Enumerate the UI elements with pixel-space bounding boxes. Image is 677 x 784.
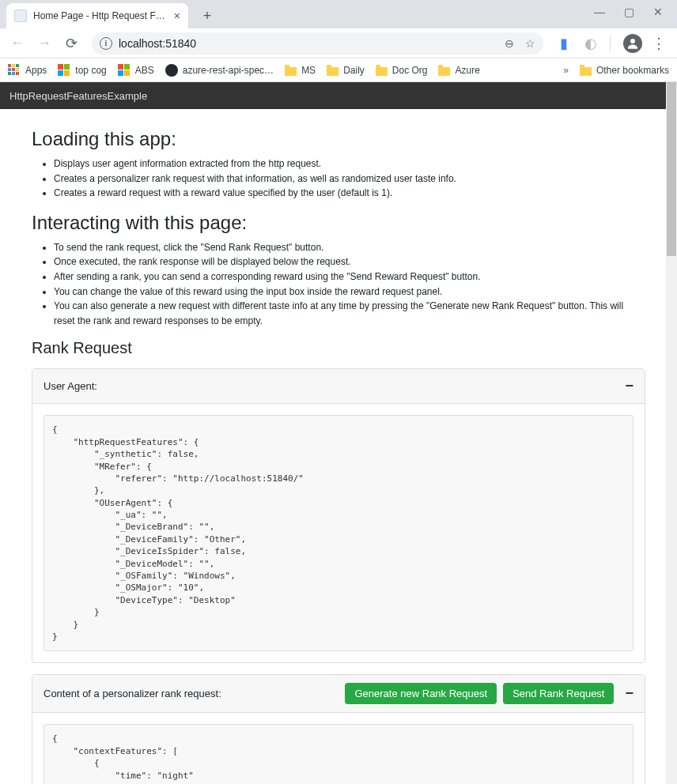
tab-strip: Home Page - Http Request Featu × +	[0, 0, 677, 28]
page-viewport[interactable]: HttpRequestFeaturesExample Loading this …	[0, 82, 677, 784]
tab-title: Home Page - Http Request Featu	[33, 10, 168, 21]
bookmark-star-icon[interactable]: ☆	[525, 37, 535, 50]
extension-icon-1[interactable]: ▮	[553, 32, 575, 55]
generate-rank-request-button[interactable]: Generate new Rank Request	[345, 683, 497, 704]
panel-body: { "httpRequestFeatures": { "_synthetic":…	[32, 404, 645, 662]
collapse-icon[interactable]: −	[625, 378, 634, 394]
reload-button[interactable]: ⟳	[60, 32, 82, 55]
folder-icon	[327, 67, 338, 76]
bookmarks-bar: Apps top cog ABS azure-rest-api-spec… MS…	[0, 58, 677, 82]
favicon-icon	[14, 9, 27, 22]
chrome-menu-button[interactable]: ⋮	[647, 35, 671, 52]
folder-icon	[438, 67, 450, 76]
url-text: localhost:51840	[119, 37, 498, 50]
github-icon	[165, 64, 178, 77]
send-rank-request-button[interactable]: Send Rank Request	[503, 683, 614, 704]
interacting-bullets: To send the rank request, click the "Sen…	[54, 240, 645, 329]
list-item: You can also generate a new request with…	[54, 299, 645, 328]
heading-rank-request: Rank Request	[32, 339, 645, 357]
panel-header[interactable]: User Agent: −	[32, 369, 645, 404]
other-bookmarks[interactable]: Other bookmarks	[580, 65, 669, 76]
list-item: Creates a reward request with a reward v…	[54, 186, 645, 201]
bookmark-label: top cog	[75, 65, 106, 76]
toolbar-separator	[610, 36, 611, 51]
bookmark-folder-daily[interactable]: Daily	[327, 65, 365, 76]
app-navbar: HttpRequestFeaturesExample	[0, 82, 677, 109]
bookmark-folder-docorg[interactable]: Doc Org	[376, 65, 428, 76]
panel-user-agent: User Agent: − { "httpRequestFeatures": {…	[32, 368, 645, 663]
bookmark-label: MS	[301, 65, 316, 76]
rank-request-json: { "contextFeatures": [ { "time": "night"…	[43, 724, 634, 784]
back-button[interactable]: ←	[6, 32, 28, 55]
panel-header[interactable]: Content of a personalizer rank request: …	[32, 675, 645, 713]
close-window-button[interactable]: ✕	[653, 6, 663, 18]
forward-button[interactable]: →	[33, 32, 55, 55]
bookmark-folder-azure[interactable]: Azure	[438, 65, 479, 76]
list-item: You can change the value of this reward …	[54, 285, 645, 300]
apps-label: Apps	[25, 65, 47, 76]
bookmark-label: Daily	[343, 65, 365, 76]
bookmark-label: azure-rest-api-spec…	[183, 65, 274, 76]
apps-shortcut[interactable]: Apps	[8, 64, 47, 77]
bookmark-abs[interactable]: ABS	[118, 64, 154, 77]
site-info-icon[interactable]: i	[100, 37, 112, 50]
apps-icon	[8, 64, 21, 77]
extension-icon-2[interactable]: ◐	[580, 32, 602, 55]
new-tab-button[interactable]: +	[196, 5, 218, 27]
close-tab-icon[interactable]: ×	[174, 9, 180, 22]
bookmark-label: Doc Org	[392, 65, 428, 76]
maximize-button[interactable]: ▢	[624, 6, 634, 18]
folder-icon	[285, 67, 297, 76]
bookmark-folder-ms[interactable]: MS	[285, 65, 316, 76]
list-item: Displays user agent information extracte…	[54, 156, 645, 172]
bookmark-azure-rest[interactable]: azure-rest-api-spec…	[165, 64, 274, 77]
window-controls: — ▢ ✕	[580, 0, 677, 24]
address-bar[interactable]: i localhost:51840 ⊖ ☆	[92, 32, 543, 55]
svg-point-0	[630, 39, 635, 43]
list-item: After sending a rank, you can send a cor…	[54, 270, 645, 285]
bookmark-label: Azure	[455, 65, 479, 76]
bookmarks-overflow-icon[interactable]: »	[563, 65, 569, 76]
browser-tab[interactable]: Home Page - Http Request Featu ×	[6, 3, 188, 28]
app-brand[interactable]: HttpRequestFeaturesExample	[9, 90, 147, 102]
ms-icon	[118, 64, 130, 77]
heading-loading: Loading this app:	[32, 128, 645, 150]
panel-body: { "contextFeatures": [ { "time": "night"…	[32, 713, 645, 784]
page-content: Loading this app: Displays user agent in…	[0, 109, 677, 784]
folder-icon	[580, 67, 592, 76]
list-item: Once executed, the rank response will be…	[54, 254, 645, 270]
user-agent-json: { "httpRequestFeatures": { "_synthetic":…	[43, 415, 634, 651]
panel-title: Content of a personalizer rank request:	[43, 688, 221, 699]
vertical-scrollbar[interactable]	[666, 82, 677, 784]
zoom-icon[interactable]: ⊖	[505, 37, 514, 50]
heading-interacting: Interacting with this page:	[32, 212, 645, 234]
bookmark-top-cog[interactable]: top cog	[58, 64, 106, 77]
folder-icon	[376, 67, 388, 76]
loading-bullets: Displays user agent information extracte…	[54, 156, 645, 201]
profile-avatar[interactable]	[623, 34, 642, 53]
other-bookmarks-label: Other bookmarks	[596, 65, 669, 76]
ms-icon	[58, 64, 70, 77]
panel-rank-request: Content of a personalizer rank request: …	[32, 674, 645, 784]
list-item: To send the rank request, click the "Sen…	[54, 240, 645, 255]
panel-title: User Agent:	[43, 380, 97, 392]
minimize-button[interactable]: —	[594, 6, 605, 18]
bookmark-label: ABS	[135, 65, 154, 76]
list-item: Creates a personalizer rank request with…	[54, 172, 645, 187]
collapse-icon[interactable]: −	[625, 685, 634, 702]
scrollbar-thumb[interactable]	[667, 82, 676, 256]
browser-toolbar: ← → ⟳ i localhost:51840 ⊖ ☆ ▮ ◐ ⋮	[0, 28, 677, 58]
